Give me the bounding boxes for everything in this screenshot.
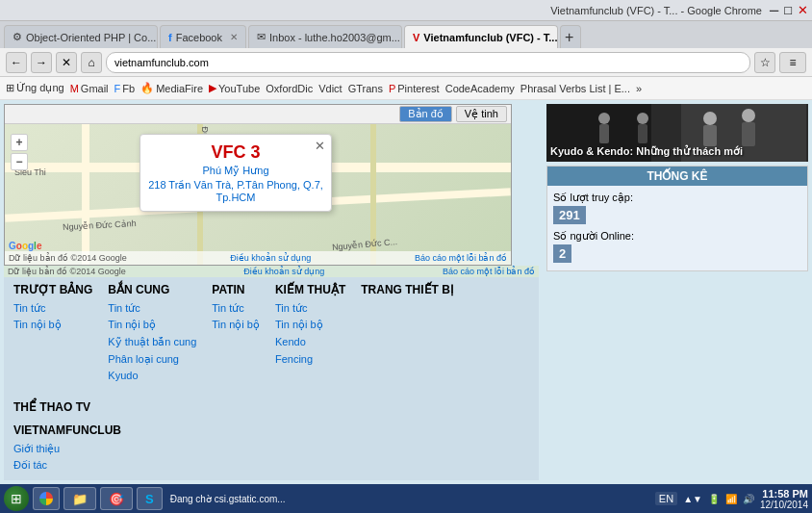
tab-facebook[interactable]: f Facebook ✕ (160, 25, 246, 48)
footer-link-kt-tinnoibo[interactable]: Tin nội bộ (275, 317, 345, 334)
language-indicator[interactable]: EN (655, 492, 677, 505)
left-panel: Bản đồ Vệ tinh Siêu Thi Nguyễn Đức Cảnh … (0, 100, 543, 484)
footer-link-kt-fencing[interactable]: Fencing (275, 351, 345, 369)
sidebar-image-caption: Kyudo & Kendo: Những thử thách mới (550, 145, 743, 158)
map-footer-2: Dữ liệu bản đồ ©2014 Google Điều khoản s… (4, 266, 539, 277)
windows-icon: ⊞ (11, 491, 22, 506)
map-popup-title: VFC 3 (148, 142, 323, 163)
back-button[interactable]: ← (6, 52, 27, 73)
home-button[interactable]: ⌂ (81, 52, 102, 73)
footer-link-bc-tintuc[interactable]: Tin tức (108, 300, 196, 318)
footer-link-vfc-gioithieu[interactable]: Giới thiệu (13, 441, 529, 458)
bookmark-pinterest[interactable]: P Pinterest (389, 83, 440, 94)
tab-inbox-icon: ✉ (257, 31, 266, 43)
right-panel: Kyudo & Kendo: Những thử thách mới THỐNG… (543, 100, 812, 484)
footer-link-vfc-doitac[interactable]: Đối tác (13, 457, 529, 475)
vfc-section: VIETNAMFUNCLUB Giới thiệu Đối tác (13, 423, 529, 475)
bookmark-apps[interactable]: ⊞ Ứng dụng (6, 82, 64, 94)
map-tab-bando[interactable]: Bản đồ (399, 106, 452, 122)
minimize-btn[interactable]: ─ (770, 3, 778, 17)
map-popup-subtitle[interactable]: Phú Mỹ Hưng (148, 165, 323, 177)
fb-icon: F (114, 83, 121, 94)
bookmark-oxford[interactable]: OxfordDic (266, 83, 313, 94)
network-icon: ▲▼ (683, 494, 702, 504)
map-footer-terms[interactable]: Điều khoản sử dụng (230, 253, 311, 263)
map-footer: Dữ liệu bản đồ ©2014 Google Điều khoản s… (5, 251, 511, 265)
signal-icon: 📶 (725, 494, 737, 504)
taskbar-files[interactable]: 📁 (63, 487, 96, 510)
bookmark-star[interactable]: ☆ (754, 52, 775, 73)
map-footer-data: Dữ liệu bản đồ ©2014 Google (9, 253, 127, 263)
svg-rect-5 (638, 124, 647, 143)
bookmark-vdict[interactable]: Vdict (318, 83, 342, 94)
map-footer-report[interactable]: Báo cáo một lỗi bản đồ (415, 253, 507, 263)
volume-icon: 🔊 (743, 494, 754, 504)
footer-link-bc-kythuat[interactable]: Kỹ thuật bắn cung (108, 334, 196, 351)
footer-link-kt-kendo[interactable]: Kendo (275, 334, 345, 351)
tab-vfc-icon: V (413, 32, 419, 43)
bookmark-phrasal[interactable]: Phrasal Verbs List | E... (520, 83, 630, 94)
map-popup-address: 218 Trần Văn Trà, P.Tân Phong, Q.7, Tp.H… (148, 179, 323, 203)
map-popup: ✕ VFC 3 Phú Mỹ Hưng 218 Trần Văn Trà, P.… (140, 134, 332, 212)
map-road-3 (82, 124, 89, 265)
date-display: 12/10/2014 (760, 500, 808, 510)
bookmark-youtube[interactable]: ▶ YouTube (209, 82, 260, 94)
svg-rect-8 (703, 125, 717, 146)
gmail-icon: M (70, 83, 79, 94)
footer-section-patin: PATIN Tin tức Tin nội bộ (212, 283, 260, 385)
footer-link-bc-kyudo[interactable]: Kyudo (108, 368, 196, 385)
bookmark-gmail[interactable]: M Gmail (70, 83, 109, 94)
map-zoom-out[interactable]: − (11, 153, 28, 170)
google-logo: Google (9, 241, 41, 251)
sidebar-hero-image: Kyudo & Kendo: Những thử thách mới (546, 104, 808, 162)
chrome-icon (39, 492, 53, 505)
system-tray: EN ▲▼ 🔋 📶 🔊 11:58 PM 12/10/2014 (655, 488, 808, 510)
forward-button[interactable]: → (31, 52, 52, 73)
close-btn[interactable]: ✕ (798, 3, 808, 17)
bookmark-mediafire[interactable]: 🔥 MediaFire (140, 82, 203, 94)
taskbar-app3[interactable]: 🎯 (100, 487, 133, 510)
address-bar[interactable] (106, 52, 750, 73)
bookmark-more[interactable]: » (636, 83, 642, 94)
maximize-btn[interactable]: □ (784, 3, 792, 17)
tab-php[interactable]: ⚙ Object-Oriented PHP | Co... ✕ (4, 25, 158, 48)
taskbar-skype[interactable]: S (137, 487, 163, 510)
reload-button[interactable]: ✕ (56, 52, 77, 73)
bookmark-gtrans[interactable]: GTrans (348, 83, 383, 94)
pinterest-icon: P (389, 83, 395, 94)
svg-rect-3 (599, 124, 609, 143)
start-button[interactable]: ⊞ (4, 486, 29, 511)
mediafire-icon: 🔥 (140, 82, 154, 94)
footer-link-kt-tintuc[interactable]: Tin tức (275, 300, 345, 318)
footer-link-tb-tinnoibo[interactable]: Tin nội bộ (13, 317, 92, 334)
map-zoom-in[interactable]: + (11, 134, 28, 151)
tab-php-icon: ⚙ (13, 31, 22, 43)
footer-link-bc-tinnoibo[interactable]: Tin nội bộ (108, 317, 196, 334)
map-popup-close[interactable]: ✕ (315, 139, 325, 153)
bookmark-codeacademy[interactable]: CodeAcademy (445, 83, 515, 94)
title-bar: Vietnamfunclub (VFC) - T... - Google Chr… (0, 0, 812, 21)
taskbar-chrome[interactable] (33, 487, 60, 510)
svg-point-9 (742, 109, 755, 122)
tabs-bar: ⚙ Object-Oriented PHP | Co... ✕ f Facebo… (0, 21, 812, 48)
map-tab-vetinh[interactable]: Vệ tinh (456, 106, 507, 122)
bookmark-fb[interactable]: F Fb (114, 83, 136, 94)
status-text: Đang chờ csi.gstatic.com... (170, 494, 286, 504)
footer-link-p-tintuc[interactable]: Tin tức (212, 300, 260, 318)
online-count: 2 (553, 244, 571, 263)
tab-facebook-close[interactable]: ✕ (230, 32, 238, 42)
footer-link-p-tinnoibo[interactable]: Tin nội bộ (212, 317, 260, 334)
settings-button[interactable]: ≡ (779, 52, 806, 73)
footer-section-vfc: VIETNAMFUNCLUB Giới thiệu Đối tác (13, 423, 529, 475)
footer-nav: TRƯỢT BẢNG Tin tức Tin nội bộ BẮN CUNG T… (13, 283, 529, 418)
youtube-icon: ▶ (209, 82, 216, 94)
tab-vfc[interactable]: V Vietnamfunclub (VFC) - T... ✕ (404, 25, 558, 48)
footer-title-bancung: BẮN CUNG (108, 283, 196, 296)
tab-new[interactable]: + (560, 25, 581, 48)
thong-ke-box: THỐNG KÊ Số lượt truy cập: 291 Số người … (546, 166, 808, 271)
footer-link-bc-phanloai[interactable]: Phân loại cung (108, 351, 196, 369)
footer-title-kiemthuat: KIẾM THUẬT (275, 283, 345, 296)
tab-inbox[interactable]: ✉ Inbox - luthe.ho2003@gm... ✕ (248, 25, 402, 48)
footer-link-tb-tintuc[interactable]: Tin tức (13, 300, 92, 318)
time-display: 11:58 PM (760, 488, 808, 500)
